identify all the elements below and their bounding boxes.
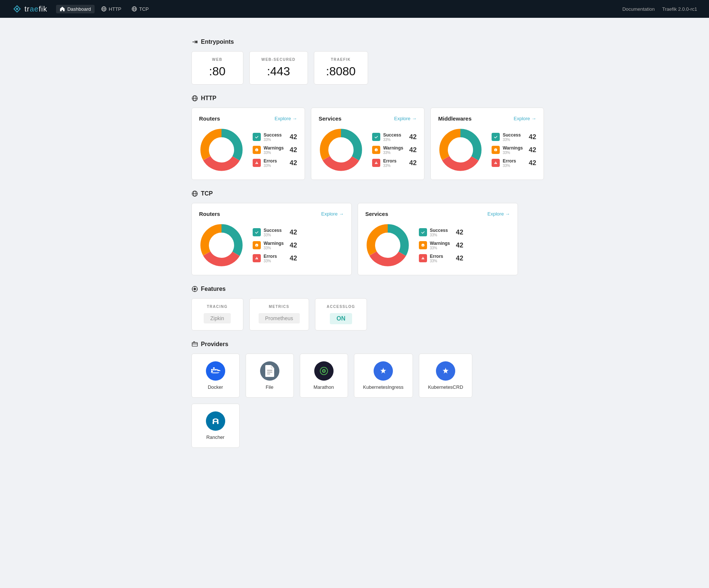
svc-legend-success: Success 33% 42 bbox=[372, 132, 417, 142]
feature-accesslog-value: ON bbox=[330, 313, 352, 324]
svg-rect-62 bbox=[192, 343, 197, 346]
http-routers-card: Routers Explore → bbox=[191, 108, 305, 180]
http-middlewares-title: Middlewares bbox=[438, 115, 472, 122]
errors-count: 42 bbox=[287, 159, 297, 167]
svc-legend-warnings: ! Warnings 33% 42 bbox=[372, 145, 417, 155]
svg-rect-65 bbox=[213, 369, 215, 371]
http-icon bbox=[191, 95, 198, 102]
svg-text:!: ! bbox=[422, 244, 423, 247]
tcps-legend-success: Success 33% 42 bbox=[419, 228, 463, 237]
main-content: Entrypoints WEB :80 WEB-SECURED :443 TRA… bbox=[132, 18, 577, 463]
tcps-error-icon: ! bbox=[419, 254, 427, 262]
nav-tcp[interactable]: TCP bbox=[128, 5, 152, 13]
tcpr-legend-errors: ! Errors 33% 42 bbox=[253, 254, 297, 263]
svg-rect-67 bbox=[213, 367, 215, 369]
http-services-explore[interactable]: Explore → bbox=[394, 116, 417, 121]
tcpr-legend-success: Success 33% 42 bbox=[253, 228, 297, 237]
entrypoint-web-secured-label: WEB-SECURED bbox=[262, 58, 296, 62]
svg-rect-64 bbox=[211, 369, 213, 371]
provider-file-name: File bbox=[266, 384, 273, 390]
svg-point-86 bbox=[214, 420, 217, 421]
tcp-title: TCP bbox=[201, 190, 213, 197]
provider-docker: Docker bbox=[191, 354, 240, 398]
entrypoint-traefik: TRAEFIK :8080 bbox=[314, 51, 368, 85]
svg-rect-84 bbox=[213, 421, 214, 424]
legend-warnings: ! Warnings 33% 42 bbox=[253, 145, 297, 155]
providers-title: Providers bbox=[201, 341, 229, 348]
tcp-routers-legend: Success 33% 42 ! Warnings 33% 42 bbox=[253, 228, 297, 263]
svc-warning-icon: ! bbox=[372, 146, 380, 154]
nav-dashboard[interactable]: Dashboard bbox=[56, 5, 95, 13]
rancher-icon bbox=[206, 411, 225, 431]
svg-point-24 bbox=[330, 139, 351, 160]
feature-metrics-label: METRICS bbox=[259, 305, 300, 309]
entrypoint-web-secured: WEB-SECURED :443 bbox=[249, 51, 308, 85]
http-title: HTTP bbox=[201, 95, 217, 102]
tcpr-error-icon: ! bbox=[253, 254, 261, 262]
warnings-text: Warnings 33% bbox=[264, 145, 284, 155]
svg-text:!: ! bbox=[376, 162, 377, 164]
provider-k8s-ingress-name: KubernetesIngress bbox=[363, 384, 404, 390]
provider-marathon: Marathon bbox=[300, 354, 348, 398]
tcp-services-card: Services Explore → bbox=[358, 203, 518, 275]
providers-header: Providers bbox=[191, 341, 518, 348]
k8s-ingress-icon bbox=[374, 361, 393, 381]
logo-text: traefik bbox=[24, 5, 47, 13]
legend-success: Success 33% 42 bbox=[253, 132, 297, 142]
tcp-routers-title: Routers bbox=[199, 211, 220, 217]
mw-error-icon: ! bbox=[492, 159, 500, 167]
entrypoint-traefik-label: TRAEFIK bbox=[326, 58, 356, 62]
http-middlewares-donut bbox=[438, 128, 483, 172]
provider-docker-name: Docker bbox=[208, 384, 223, 390]
tcp-routers-explore[interactable]: Explore → bbox=[321, 211, 344, 217]
mw-warning-icon: ! bbox=[492, 146, 500, 154]
provider-marathon-name: Marathon bbox=[314, 384, 334, 390]
tcp-services-legend: Success 33% 42 ! Warnings 33% 42 bbox=[419, 228, 463, 263]
entrypoints-header: Entrypoints bbox=[191, 39, 518, 45]
http-routers-donut bbox=[199, 128, 244, 172]
svg-rect-68 bbox=[211, 371, 213, 372]
http-header: HTTP bbox=[191, 95, 518, 102]
file-icon bbox=[260, 361, 279, 381]
errors-text: Errors 33% bbox=[264, 158, 277, 168]
svg-rect-9 bbox=[196, 40, 197, 43]
svg-point-78 bbox=[382, 369, 385, 372]
logo-icon bbox=[12, 4, 22, 14]
entrypoints-title: Entrypoints bbox=[201, 39, 234, 45]
http-routers-legend: Success 33% 42 ! Warnings 33% 42 bbox=[253, 132, 297, 168]
nav-http[interactable]: HTTP bbox=[98, 5, 125, 13]
docker-icon bbox=[206, 361, 225, 381]
provider-k8s-crd-name: KubernetesCRD bbox=[428, 384, 463, 390]
svc-legend-errors: ! Errors 33% 42 bbox=[372, 158, 417, 168]
tcps-success-icon bbox=[419, 228, 427, 236]
entrypoint-traefik-value: :8080 bbox=[326, 65, 356, 78]
nav-http-label: HTTP bbox=[109, 6, 121, 12]
nav-dashboard-label: Dashboard bbox=[67, 6, 91, 12]
tcp-header: TCP bbox=[191, 190, 518, 197]
entrypoints-grid: WEB :80 WEB-SECURED :443 TRAEFIK :8080 bbox=[191, 51, 518, 85]
http-routers-explore[interactable]: Explore → bbox=[275, 116, 297, 121]
success-count: 42 bbox=[287, 133, 297, 141]
provider-k8s-crd: KubernetesCRD bbox=[419, 354, 473, 398]
tcp-icon bbox=[191, 190, 198, 197]
http-middlewares-explore[interactable]: Explore → bbox=[514, 116, 536, 121]
tcpr-legend-warnings: ! Warnings 33% 42 bbox=[253, 241, 297, 250]
navbar: traefik Dashboard HTTP TCP Documentation… bbox=[0, 0, 709, 18]
svg-rect-85 bbox=[217, 421, 219, 424]
success-icon bbox=[253, 133, 261, 141]
tcp-services-title: Services bbox=[365, 211, 388, 217]
legend-errors: ! Errors 33% 42 bbox=[253, 158, 297, 168]
feature-metrics: METRICS Prometheus bbox=[249, 298, 309, 331]
http-cards-grid: Routers Explore → bbox=[191, 108, 518, 180]
warnings-count: 42 bbox=[287, 146, 297, 154]
nav-docs[interactable]: Documentation bbox=[622, 6, 654, 12]
providers-icon bbox=[191, 341, 198, 348]
svg-text:!: ! bbox=[495, 162, 496, 164]
svg-text:!: ! bbox=[256, 244, 257, 247]
svg-point-75 bbox=[323, 370, 325, 372]
svg-text:!: ! bbox=[256, 162, 257, 164]
tcp-services-explore[interactable]: Explore → bbox=[488, 211, 510, 217]
tcp-routers-donut bbox=[199, 223, 244, 267]
provider-k8s-ingress: KubernetesIngress bbox=[354, 354, 413, 398]
tcp-services-donut bbox=[365, 223, 410, 267]
